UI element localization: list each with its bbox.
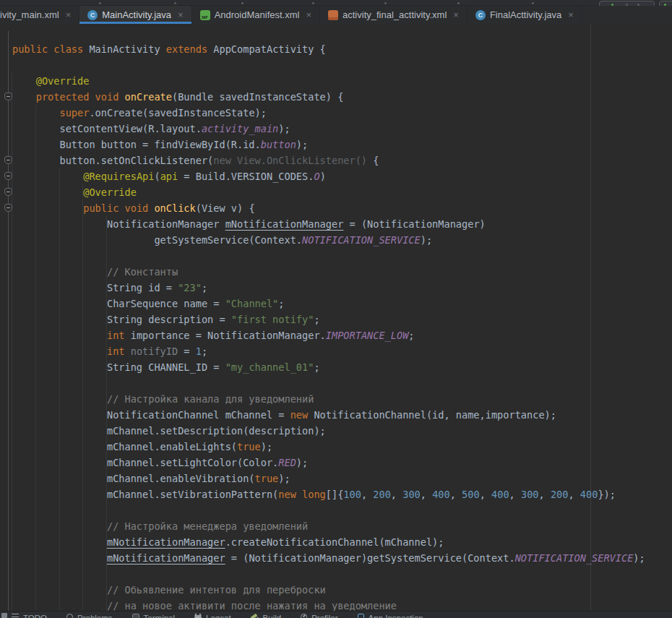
statusbar-item-label: Profiler xyxy=(311,613,337,618)
close-icon[interactable]: × xyxy=(178,10,184,20)
xml-layout-icon xyxy=(328,10,338,20)
tab-label: AndroidManifest.xml xyxy=(215,9,300,20)
tab-ivity_main.xml[interactable]: ivity_main.xml× xyxy=(0,6,79,24)
code-line xyxy=(12,502,672,518)
toolbar-icon-fragment xyxy=(457,2,460,4)
statusbar-item-problems[interactable]: Problems xyxy=(66,613,113,618)
statusbar-item-profiler[interactable]: Profiler xyxy=(301,613,337,618)
code-line: int importance = NotificationManager.IMP… xyxy=(12,327,672,343)
code-line: @Override xyxy=(12,184,672,200)
statusbar-item-label: Logcat xyxy=(206,613,231,618)
close-icon[interactable]: × xyxy=(66,10,72,20)
code-line: @RequiresApi(api = Build.VERSION_CODES.O… xyxy=(12,168,672,184)
code-line: String description = "first notify"; xyxy=(12,312,672,327)
code-line: // Константы xyxy=(12,264,672,280)
code-line: @Override xyxy=(12,73,672,89)
code-line: setContentView(R.layout.activity_main); xyxy=(12,121,672,137)
fold-toggle-icon[interactable] xyxy=(4,93,12,100)
toolbar-icon-fragment xyxy=(532,2,534,4)
code-line: String id = "23"; xyxy=(12,280,672,296)
code-line: // Настройка менеджера уведомлений xyxy=(12,518,672,534)
code-line: Button button = findViewById(R.id.button… xyxy=(12,137,672,153)
code-line: public void onClick(View v) { xyxy=(12,200,672,216)
tab-label: activity_final_acttivity.xml xyxy=(343,9,447,20)
code-area[interactable]: public class MainActivity extends AppCom… xyxy=(12,41,672,614)
fold-toggle-icon[interactable] xyxy=(4,188,12,196)
code-line xyxy=(12,375,672,391)
statusbar-item-label: TODO xyxy=(23,613,47,618)
statusbar-item-label: App Inspection xyxy=(369,613,423,618)
statusbar-item-todo[interactable]: TODO xyxy=(12,613,47,618)
tab-AndroidManifest.xml[interactable]: MFAndroidManifest.xml× xyxy=(192,6,320,24)
code-line: super.onCreate(savedInstanceState); xyxy=(12,105,672,121)
statusbar-item-label: Problems xyxy=(77,613,113,618)
code-line: mNotificationManager.createNotificationC… xyxy=(12,534,672,550)
terminal-icon xyxy=(132,614,139,618)
toolbar-icon-fragment xyxy=(99,2,101,4)
code-line: // Обьявление интентов для переброски xyxy=(12,582,672,598)
code-line: public class MainActivity extends AppCom… xyxy=(12,41,672,57)
build-icon xyxy=(251,614,259,618)
code-line xyxy=(12,566,672,582)
code-line: mChannel.setLightColor(Color.RED); xyxy=(12,455,672,471)
code-line xyxy=(12,248,672,264)
statusbar-item-build[interactable]: Build xyxy=(251,613,282,618)
java-class-icon: C xyxy=(475,10,486,20)
problems-icon xyxy=(66,614,73,618)
toolbar-icon-fragment xyxy=(241,2,244,4)
fold-toggle-icon[interactable] xyxy=(4,204,12,212)
status-bar: TODOProblemsTerminalLogcatBuildProfilerA… xyxy=(0,611,672,618)
tab-activity_final_acttivity.xml[interactable]: activity_final_acttivity.xml× xyxy=(320,6,468,24)
fold-toggle-icon[interactable] xyxy=(4,172,12,180)
editor[interactable]: public class MainActivity extends AppCom… xyxy=(0,24,672,618)
code-line: mChannel.setVibrationPattern(new long[]{… xyxy=(12,486,672,502)
java-class-icon: C xyxy=(87,10,98,20)
statusbar-item-app-inspection[interactable]: App Inspection xyxy=(358,613,423,618)
close-icon[interactable]: × xyxy=(453,10,459,20)
code-line: int notifyID = 1; xyxy=(12,343,672,359)
todo-icon xyxy=(12,614,19,618)
toolbar-icon-fragment xyxy=(312,2,314,4)
code-line: CharSequence name = "Channel"; xyxy=(12,296,672,312)
tab-label: FinalActtivity.java xyxy=(490,9,561,20)
code-line: protected void onCreate(Bundle savedInst… xyxy=(12,89,672,105)
logcat-icon xyxy=(194,615,202,618)
statusbar-item-label: Build xyxy=(263,613,282,618)
code-line: NotificationChannel mChannel = new Notif… xyxy=(12,407,672,423)
statusbar-item-label: Terminal xyxy=(144,613,175,618)
code-line: NotificationManager mNotificationManager… xyxy=(12,216,672,232)
tab-FinalActtivity.java[interactable]: CFinalActtivity.java× xyxy=(468,6,582,24)
profiler-icon xyxy=(301,614,307,618)
code-line: button.setOnClickListener(new View.OnCli… xyxy=(12,153,672,168)
manifest-icon: MF xyxy=(200,10,210,20)
fold-toggle-icon[interactable] xyxy=(4,156,12,164)
app-inspection-icon xyxy=(358,614,364,618)
code-line: mChannel.enableVibration(true); xyxy=(12,471,672,486)
toolbar-icon-fragment xyxy=(174,2,176,4)
close-icon[interactable]: × xyxy=(306,10,311,20)
code-line: getSystemService(Context.NOTIFICATION_SE… xyxy=(12,232,672,248)
statusbar-item-terminal[interactable]: Terminal xyxy=(132,613,175,618)
tab-MainActivity.java[interactable]: CMainActivity.java× xyxy=(79,6,191,24)
tab-bar: ivity_main.xml×CMainActivity.java×MFAndr… xyxy=(0,6,672,24)
code-line: mChannel.setDescription(description); xyxy=(12,423,672,439)
close-icon[interactable]: × xyxy=(568,10,574,20)
ide-window: ivity_main.xml×CMainActivity.java×MFAndr… xyxy=(0,0,672,618)
statusbar-item-logcat[interactable]: Logcat xyxy=(194,613,231,618)
fold-gutter-line xyxy=(8,31,9,615)
code-line: String CHANNEL_ID = "my_channel_01"; xyxy=(12,359,672,375)
tab-label: ivity_main.xml xyxy=(0,9,59,20)
code-line: mChannel.enableLights(true); xyxy=(12,439,672,455)
tab-label: MainActivity.java xyxy=(102,9,171,20)
code-line xyxy=(12,57,672,73)
code-line: // Настройка канала для уведомлений xyxy=(12,391,672,407)
top-toolbar-strip xyxy=(0,0,672,6)
code-line: mNotificationManager = (NotificationMana… xyxy=(12,550,672,566)
window-corner-icon xyxy=(1,613,7,618)
toolbar-icon-fragment xyxy=(384,2,387,4)
